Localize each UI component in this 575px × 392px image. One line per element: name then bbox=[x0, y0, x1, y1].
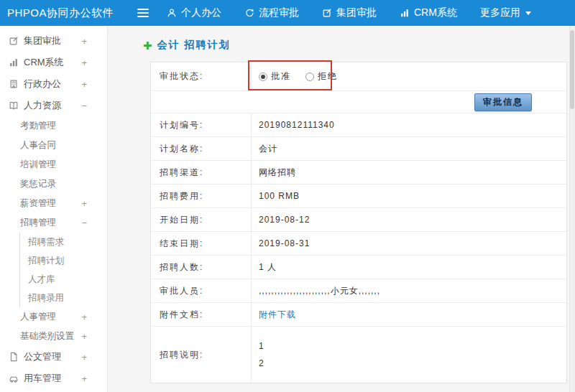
expander-icon[interactable]: + bbox=[81, 331, 87, 342]
field-label: 招聘人数: bbox=[151, 256, 252, 279]
expander-icon[interactable]: + bbox=[81, 79, 87, 90]
table-row: 计划编号:20190812111340 bbox=[151, 113, 566, 137]
topnav-item-label: 集团审批 bbox=[336, 6, 377, 19]
app-title: PHPOA协同办公软件 bbox=[0, 6, 137, 20]
page-header: ✚ 会计 招聘计划 bbox=[143, 39, 575, 52]
sidebar-item[interactable]: 招聘计划 bbox=[19, 251, 107, 270]
expander-icon[interactable]: + bbox=[81, 198, 87, 209]
topnav-item[interactable]: 集团审批 bbox=[322, 6, 377, 19]
sidebar-item[interactable]: 集团审批+ bbox=[0, 30, 107, 52]
field-value: 网络招聘 bbox=[252, 161, 566, 184]
radio-approve-circle[interactable] bbox=[259, 73, 267, 81]
topbar: PHPOA协同办公软件 个人办公流程审批集团审批CRM系统更多应用 bbox=[0, 0, 575, 26]
sidebar-item-label: 招聘需求 bbox=[28, 236, 64, 248]
field-label: 结束日期: bbox=[151, 232, 252, 255]
plus-icon: ✚ bbox=[143, 40, 152, 51]
app-window: PHPOA协同办公软件 个人办公流程审批集团审批CRM系统更多应用 集团审批+C… bbox=[0, 0, 575, 392]
caret-down-icon bbox=[525, 9, 532, 17]
sidebar-item-label: CRM系统 bbox=[24, 56, 64, 69]
table-row: 招聘费用:100 RMB bbox=[151, 185, 566, 208]
sidebar-item[interactable]: 招聘录用 bbox=[19, 289, 107, 307]
table-row-buttons: 审批信息 bbox=[151, 91, 566, 113]
field-label: 附件文档: bbox=[151, 303, 252, 326]
car-icon bbox=[9, 373, 19, 383]
sidebar-item[interactable]: 薪资管理+ bbox=[0, 194, 107, 213]
expander-icon[interactable]: + bbox=[81, 312, 87, 322]
sidebar-item[interactable]: 人事管理+ bbox=[0, 307, 107, 327]
sidebar-item[interactable]: 培训管理 bbox=[0, 155, 107, 174]
radio-reject[interactable]: 拒绝 bbox=[305, 70, 338, 83]
edit-icon bbox=[9, 36, 19, 46]
sidebar-item[interactable]: 招聘管理− bbox=[0, 213, 107, 233]
radio-reject-circle[interactable] bbox=[305, 73, 314, 81]
topnav-item[interactable]: 更多应用 bbox=[480, 6, 532, 19]
sidebar-item[interactable]: 人才库 bbox=[19, 270, 107, 289]
sidebar-item-label: 人力资源 bbox=[24, 99, 61, 112]
scrollbar-thumb[interactable] bbox=[570, 30, 574, 109]
expander-icon[interactable]: − bbox=[81, 101, 87, 111]
field-label: 招聘费用: bbox=[151, 185, 252, 207]
field-label: 计划名称: bbox=[151, 137, 252, 160]
table-row-approval-status: 审批状态: 批准 拒绝 bbox=[151, 62, 566, 91]
main-content: ✚ 会计 招聘计划 审批状态: 批准 拒绝 bbox=[109, 26, 575, 392]
sidebar-item-label: 招聘计划 bbox=[28, 255, 64, 267]
attachment-link[interactable]: 附件下载 bbox=[259, 309, 296, 321]
person-icon bbox=[167, 8, 177, 18]
expander-icon[interactable]: − bbox=[81, 218, 87, 228]
sidebar-item-label: 基础类别设置 bbox=[20, 330, 74, 342]
field-label: 审批人员: bbox=[151, 279, 252, 302]
radio-approve[interactable]: 批准 bbox=[259, 70, 291, 83]
radio-approve-label: 批准 bbox=[271, 70, 291, 83]
field-value: ,,,,,,,,,,,,,,,,,,,,,,,小元女,,,,,,, bbox=[252, 279, 566, 302]
field-value: 1 人 bbox=[252, 256, 566, 279]
approval-info-button[interactable]: 审批信息 bbox=[474, 93, 532, 111]
expander-icon[interactable]: + bbox=[81, 352, 87, 363]
expander-icon[interactable]: + bbox=[81, 373, 87, 384]
topnav-item[interactable]: 流程审批 bbox=[244, 6, 299, 19]
sidebar-item[interactable]: 行政办公+ bbox=[0, 73, 107, 95]
field-value: 会计 bbox=[252, 137, 566, 160]
topnav-item[interactable]: CRM系统 bbox=[400, 6, 457, 19]
sidebar-item-label: 考勤管理 bbox=[20, 120, 56, 132]
table-row: 招聘渠道:网络招聘 bbox=[151, 161, 566, 185]
vertical-scrollbar[interactable] bbox=[569, 26, 575, 392]
hr-icon bbox=[9, 101, 19, 111]
sidebar-item-label: 奖惩记录 bbox=[20, 178, 56, 190]
radio-reject-label: 拒绝 bbox=[318, 70, 338, 83]
sidebar-item[interactable]: 人事合同 bbox=[0, 136, 107, 155]
sidebar-item[interactable]: 基础类别设置+ bbox=[0, 327, 107, 346]
table-row: 计划名称:会计 bbox=[151, 137, 566, 161]
chart-icon bbox=[9, 57, 19, 67]
edit-icon bbox=[322, 8, 332, 18]
field-value: 20190812111340 bbox=[252, 113, 566, 136]
sidebar-item-label: 人事管理 bbox=[20, 311, 56, 323]
expander-icon[interactable]: + bbox=[81, 36, 87, 47]
topnav-item[interactable]: 个人办公 bbox=[167, 6, 221, 19]
menu-toggle-button[interactable] bbox=[137, 8, 150, 18]
form-table: 审批状态: 批准 拒绝 审批信息 bbox=[150, 62, 567, 383]
sidebar-item[interactable]: 奖惩记录 bbox=[0, 174, 107, 194]
expander-icon[interactable]: + bbox=[81, 57, 87, 68]
table-row: 开始日期:2019-08-12 bbox=[151, 208, 566, 232]
topnav-item-label: 更多应用 bbox=[480, 6, 520, 19]
sidebar-item[interactable]: 考勤管理 bbox=[0, 116, 107, 136]
field-label: 开始日期: bbox=[151, 208, 252, 231]
sidebar-item[interactable]: 公文管理+ bbox=[0, 346, 107, 368]
sidebar-item-label: 薪资管理 bbox=[20, 197, 56, 210]
sidebar-item-label: 行政办公 bbox=[24, 78, 61, 90]
sidebar-item-label: 公文管理 bbox=[24, 350, 61, 363]
top-navigation: 个人办公流程审批集团审批CRM系统更多应用 bbox=[167, 6, 532, 19]
topnav-item-label: CRM系统 bbox=[414, 6, 457, 19]
sidebar-item[interactable]: 用车管理+ bbox=[0, 368, 107, 389]
topnav-item-label: 个人办公 bbox=[181, 6, 221, 19]
chart-icon bbox=[400, 8, 410, 18]
sidebar-item[interactable]: 人力资源− bbox=[0, 95, 107, 116]
field-label: 计划编号: bbox=[151, 113, 252, 136]
table-row: 结束日期:2019-08-31 bbox=[151, 232, 566, 256]
field-value: 2019-08-31 bbox=[252, 232, 566, 255]
sidebar-item[interactable]: CRM系统+ bbox=[0, 52, 107, 73]
field-value: 2019-08-12 bbox=[252, 208, 566, 231]
sidebar-item[interactable]: 招聘需求 bbox=[19, 233, 107, 251]
sidebar-item-label: 招聘管理 bbox=[20, 217, 56, 229]
field-value: 100 RMB bbox=[252, 185, 566, 207]
